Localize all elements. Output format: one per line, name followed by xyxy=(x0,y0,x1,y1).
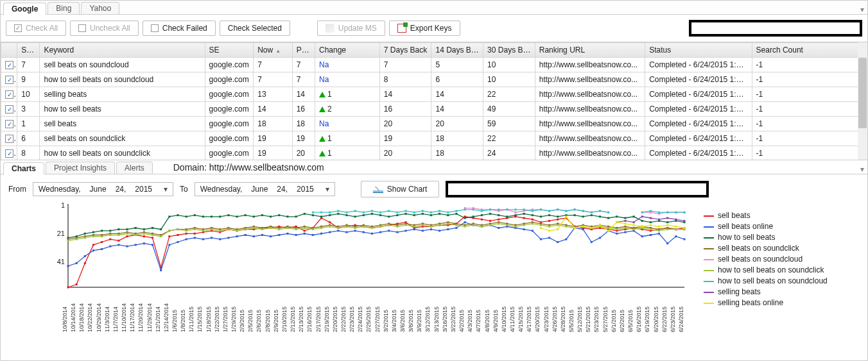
tab-bing[interactable]: Bing xyxy=(48,2,80,14)
table-row[interactable]: 9how to sell beats on soundcloudgoogle.c… xyxy=(1,72,859,87)
svg-rect-86 xyxy=(152,244,153,246)
show-chart-button[interactable]: Show Chart xyxy=(361,181,440,197)
check-all-button[interactable]: Check All xyxy=(6,21,66,36)
svg-rect-429 xyxy=(591,212,593,214)
x-tick-label: 10/18/2014 xyxy=(78,326,85,332)
check-failed-button[interactable]: Check Failed xyxy=(143,21,216,36)
tab-alerts[interactable]: Alerts xyxy=(116,162,153,174)
col-30days[interactable]: 30 Days Back xyxy=(483,43,535,58)
legend-item: selling beats online xyxy=(704,298,855,308)
svg-rect-133 xyxy=(548,237,550,239)
svg-rect-404 xyxy=(379,212,381,214)
col-se[interactable]: SE xyxy=(205,43,254,58)
row-checkbox[interactable] xyxy=(5,90,13,99)
x-tick-label: 3/2/2015 xyxy=(383,326,389,332)
row-checkbox[interactable] xyxy=(5,135,13,143)
svg-rect-430 xyxy=(599,210,601,212)
uncheck-all-button[interactable]: Uncheck All xyxy=(70,21,139,36)
row-checkbox[interactable] xyxy=(5,120,13,128)
col-14days[interactable]: 14 Days Back xyxy=(431,43,483,58)
x-tick-label: 10/22/2014 xyxy=(87,326,93,332)
col-now[interactable]: Now▲ xyxy=(254,43,292,58)
svg-rect-121 xyxy=(447,228,449,230)
svg-rect-89 xyxy=(177,241,178,243)
col-checkbox[interactable] xyxy=(1,43,17,58)
table-row[interactable]: 7sell beats on soundcloudgoogle.com77Na7… xyxy=(1,58,859,72)
svg-rect-109 xyxy=(345,231,347,233)
svg-rect-16 xyxy=(186,233,187,235)
x-tick-label: 3/4/2015 xyxy=(391,326,397,332)
date-to-picker[interactable]: Wednesday,June24,2015 ▾ xyxy=(195,182,335,196)
tab-project-insights[interactable]: Project Insights xyxy=(46,162,115,174)
col-sl-no[interactable]: SL No xyxy=(17,43,40,58)
x-tick-label: 11/10/2014 xyxy=(121,326,127,332)
date-from-picker[interactable]: Wednesday,June24,2015 ▾ xyxy=(33,182,173,196)
svg-rect-442 xyxy=(650,217,652,219)
tab-google[interactable]: Google xyxy=(3,3,46,15)
x-tick-label: 4/9/2015 xyxy=(492,326,499,332)
table-row[interactable]: 3how to sell beatsgoogle.com14162161449h… xyxy=(1,102,859,117)
table-row[interactable]: 8how to sell beats on soundclickgoogle.c… xyxy=(1,146,859,161)
svg-rect-57 xyxy=(532,219,534,221)
svg-rect-375 xyxy=(514,226,516,228)
svg-rect-405 xyxy=(388,210,390,212)
tab-yahoo[interactable]: Yahoo xyxy=(81,2,119,14)
svg-rect-400 xyxy=(345,212,347,214)
svg-rect-171 xyxy=(245,214,247,216)
svg-rect-211 xyxy=(582,215,584,217)
svg-rect-162 xyxy=(168,215,170,217)
export-keys-button[interactable]: Export Keys xyxy=(389,21,460,36)
scrollbar-thumb[interactable] xyxy=(858,58,867,128)
row-checkbox[interactable] xyxy=(5,61,13,69)
svg-rect-439 xyxy=(624,220,626,222)
x-tick-label: 4/7/2015 xyxy=(475,326,482,332)
lower-tab-overflow-dropdown[interactable]: ▾ xyxy=(857,165,867,174)
svg-rect-138 xyxy=(591,241,593,243)
x-tick-label: 2/9/2015 xyxy=(273,326,279,332)
svg-rect-304 xyxy=(514,212,516,214)
chart-legend: sell beatssell beats onlinehow to sell b… xyxy=(691,204,855,339)
tab-charts[interactable]: Charts xyxy=(3,162,44,174)
svg-rect-147 xyxy=(666,242,668,244)
row-checkbox[interactable] xyxy=(5,105,13,113)
vertical-scrollbar[interactable] xyxy=(858,42,867,160)
svg-rect-117 xyxy=(413,228,415,230)
table-row[interactable]: 6sell beats on soundclickgoogle.com19191… xyxy=(1,131,859,146)
svg-rect-434 xyxy=(658,212,660,214)
svg-rect-330 xyxy=(135,234,137,236)
update-ms-button[interactable]: Update MS xyxy=(317,21,385,36)
col-7days[interactable]: 7 Days Back xyxy=(379,43,431,58)
svg-rect-56 xyxy=(523,217,525,219)
svg-rect-212 xyxy=(591,214,593,216)
row-checkbox[interactable] xyxy=(5,149,13,158)
col-status[interactable]: Status xyxy=(645,43,752,58)
svg-rect-194 xyxy=(438,213,440,215)
arrow-up-icon xyxy=(319,106,326,112)
tab-overflow-dropdown[interactable]: ▾ xyxy=(857,5,867,14)
svg-rect-388 xyxy=(624,227,626,229)
x-tick-label: 6/22/2015 xyxy=(661,326,668,332)
svg-rect-443 xyxy=(658,219,660,221)
svg-rect-163 xyxy=(177,214,178,216)
col-ranking-url[interactable]: Ranking URL xyxy=(535,43,645,58)
col-keyword[interactable]: Keyword xyxy=(40,43,205,58)
svg-rect-170 xyxy=(236,215,238,217)
svg-rect-120 xyxy=(438,230,440,231)
table-row[interactable]: 1sell beatsgoogle.com1818Na202059http://… xyxy=(1,117,859,131)
svg-rect-411 xyxy=(438,210,440,212)
col-prev[interactable]: Prev xyxy=(292,43,315,58)
svg-rect-389 xyxy=(633,228,635,230)
export-icon xyxy=(397,24,406,33)
col-search-count[interactable]: Search Count xyxy=(752,43,858,58)
x-tick-label: 6/16/2015 xyxy=(636,326,642,332)
svg-rect-102 xyxy=(286,233,288,235)
x-tick-label: 2/17/2015 xyxy=(315,326,322,332)
table-row[interactable]: 10selling beatsgoogle.com13141141422http… xyxy=(1,87,859,102)
svg-rect-355 xyxy=(345,226,347,228)
row-checkbox[interactable] xyxy=(5,76,13,84)
col-change[interactable]: Change xyxy=(315,43,379,58)
svg-rect-420 xyxy=(514,208,516,210)
check-selected-button[interactable]: Check Selected xyxy=(220,21,290,36)
svg-rect-376 xyxy=(523,224,525,226)
svg-rect-30 xyxy=(304,230,306,231)
